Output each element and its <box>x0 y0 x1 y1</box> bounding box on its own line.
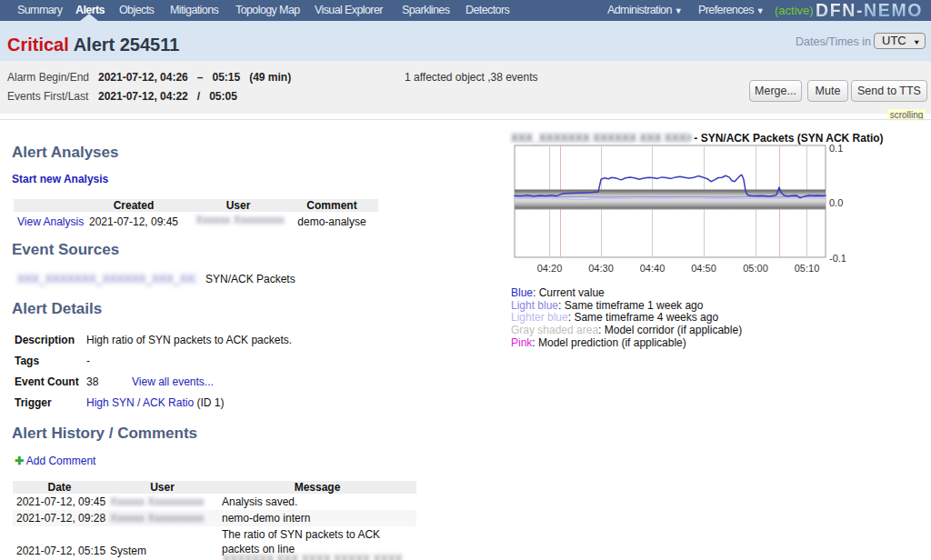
svg-text:-0.1: -0.1 <box>829 253 846 264</box>
svg-text:04:30: 04:30 <box>588 263 614 274</box>
svg-text:04:50: 04:50 <box>691 263 716 274</box>
svg-text:04:20: 04:20 <box>537 263 563 274</box>
svg-text:05:00: 05:00 <box>743 263 768 274</box>
svg-text:0.0: 0.0 <box>829 197 843 208</box>
svg-text:05:10: 05:10 <box>795 263 820 274</box>
svg-text:04:40: 04:40 <box>640 263 666 274</box>
